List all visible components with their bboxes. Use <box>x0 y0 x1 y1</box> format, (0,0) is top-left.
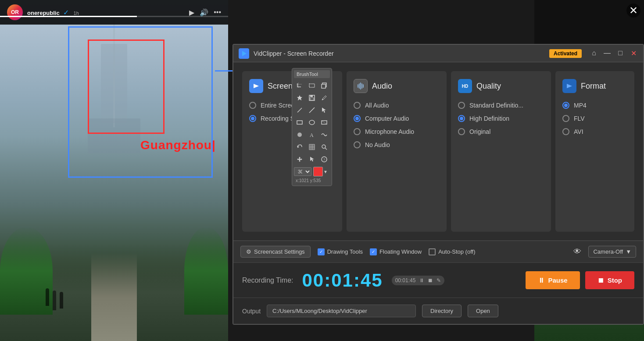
color-swatch[interactable] <box>313 167 323 176</box>
screen-radio-selection[interactable] <box>249 115 256 122</box>
tool-pointer[interactable] <box>318 104 330 116</box>
drawing-tools-checkbox[interactable]: ✓ Drawing Tools <box>318 248 363 255</box>
directory-button[interactable]: Directory <box>422 305 462 317</box>
audio-option-none[interactable]: No Audio <box>354 141 440 148</box>
quality-option-high[interactable]: High Definition <box>458 115 544 122</box>
more-icon[interactable]: ••• <box>214 8 221 17</box>
color-dropdown-arrow[interactable]: ▼ <box>323 169 328 174</box>
tool-rect-fill[interactable] <box>318 117 330 128</box>
svg-line-28 <box>325 148 327 150</box>
tool-undo[interactable] <box>294 141 305 153</box>
drawing-tools-check[interactable]: ✓ <box>318 248 325 255</box>
recording-bar: Recording Time: 00:01:45 00:01:45 ⏸ ⏹ ✎ … <box>233 262 643 298</box>
svg-rect-15 <box>297 121 302 124</box>
home-button[interactable]: ⌂ <box>590 49 598 57</box>
brushtool-grid: A ? <box>294 80 330 165</box>
tool-line[interactable] <box>306 104 318 116</box>
verified-badge: ✓ <box>63 9 69 16</box>
svg-marker-1 <box>254 84 259 88</box>
quality-option-high-label: High Definition <box>469 115 509 122</box>
svg-rect-2 <box>358 84 358 88</box>
tool-crop[interactable] <box>294 80 305 91</box>
svg-rect-8 <box>309 84 315 87</box>
auto-stop-checkbox[interactable]: Auto-Stop (off) <box>429 248 475 255</box>
quality-option-standard[interactable]: Standard Definitio... <box>458 102 544 109</box>
auto-stop-check[interactable] <box>429 248 436 255</box>
format-option-mp4[interactable]: MP4 <box>562 102 627 109</box>
audio-section-header: Audio <box>354 79 440 93</box>
quality-radio-original[interactable] <box>458 128 465 135</box>
format-option-flv[interactable]: FLV <box>562 115 627 122</box>
close-icon[interactable]: ✕ <box>626 4 640 18</box>
dropdown-arrow[interactable]: ▼ <box>626 248 631 255</box>
tool-edit-text[interactable] <box>318 92 330 104</box>
audio-radio-none[interactable] <box>354 141 361 148</box>
pause-button[interactable]: ⏸ Pause <box>526 271 580 289</box>
edit-icon-small[interactable]: ✎ <box>436 277 441 284</box>
tool-move[interactable] <box>294 154 305 165</box>
app-title: VidClipper - Screen Recorder <box>254 50 545 57</box>
maximize-button[interactable]: □ <box>616 49 625 57</box>
audio-option-computer[interactable]: Computer Audio <box>354 115 440 122</box>
window-controls[interactable]: ⌂ — □ ✕ <box>590 49 638 57</box>
camera-label: Camera-Off <box>593 248 623 255</box>
stop-button[interactable]: ⏹ Stop <box>585 271 634 289</box>
open-button[interactable]: Open <box>468 305 498 317</box>
audio-radio-all[interactable] <box>354 102 361 109</box>
stop-icon-small[interactable]: ⏹ <box>428 277 433 284</box>
audio-option-microphone[interactable]: Microphone Audio <box>354 128 440 135</box>
tool-rect-select[interactable] <box>306 80 318 91</box>
format-radio-flv[interactable] <box>562 115 569 122</box>
close-button[interactable]: ✕ <box>629 49 638 57</box>
screen-radio-entire[interactable] <box>249 102 256 109</box>
tool-copy[interactable] <box>318 80 330 91</box>
minimize-button[interactable]: — <box>603 49 612 57</box>
quality-option-original[interactable]: Original <box>458 128 544 135</box>
quality-radio-standard[interactable] <box>458 102 465 109</box>
tool-help[interactable]: ? <box>318 154 330 165</box>
quality-section-header: HD Quality <box>458 79 544 93</box>
quality-radio-high[interactable] <box>458 115 465 122</box>
tool-ellipse[interactable] <box>306 117 318 128</box>
floating-window-check[interactable]: ✓ <box>370 248 377 255</box>
screencast-settings-label: Screencast Settings <box>254 248 305 255</box>
audio-option-all[interactable]: All Audio <box>354 102 440 109</box>
audio-radio-computer[interactable] <box>354 115 361 122</box>
webcam-icon[interactable]: 👁 <box>573 247 581 256</box>
tool-wave[interactable] <box>318 129 330 140</box>
floating-window-checkbox[interactable]: ✓ Floating Window <box>370 248 422 255</box>
camera-dropdown[interactable]: Camera-Off ▼ <box>588 246 636 258</box>
tool-pencil[interactable] <box>294 104 305 116</box>
play-icon[interactable]: ▶ <box>189 8 194 17</box>
tool-grid[interactable] <box>306 141 318 153</box>
tool-rect[interactable] <box>294 117 305 128</box>
volume-icon[interactable]: 🔊 <box>200 8 208 17</box>
screencast-settings-button[interactable]: ⚙ Screencast Settings <box>240 246 311 258</box>
tool-pin[interactable] <box>294 92 305 104</box>
recording-time-badge: 00:01:45 ⏸ ⏹ ✎ <box>392 276 445 285</box>
screen-icon <box>249 79 263 93</box>
quality-icon: HD <box>458 79 472 93</box>
pause-icon: ⏸ <box>538 276 544 284</box>
brushtool-header: BrushTool <box>294 70 330 78</box>
audio-option-computer-label: Computer Audio <box>365 115 409 122</box>
app-icon <box>239 48 249 59</box>
format-radio-mp4[interactable] <box>562 102 569 109</box>
pause-icon-small[interactable]: ⏸ <box>419 277 424 284</box>
svg-rect-6 <box>363 84 364 88</box>
video-progress-bar[interactable] <box>0 16 228 17</box>
tool-save[interactable] <box>306 92 318 104</box>
tool-text[interactable]: A <box>306 129 318 140</box>
post-time: 1h <box>74 11 79 16</box>
brush-size-select[interactable]: 30 10 20 40 <box>294 167 311 176</box>
tool-zoom[interactable] <box>318 141 330 153</box>
tool-circle-fill[interactable] <box>294 129 305 140</box>
tool-cursor[interactable] <box>306 154 318 165</box>
audio-radio-microphone[interactable] <box>354 128 361 135</box>
format-option-avi[interactable]: AVI <box>562 128 627 135</box>
format-section: Format MP4 FLV AVI <box>555 71 634 232</box>
floating-window-label: Floating Window <box>379 248 422 255</box>
social-controls[interactable]: ▶ 🔊 ••• <box>189 8 221 17</box>
output-path[interactable]: C:/Users/MLoong/Desktop/VidClipper <box>267 305 416 317</box>
format-radio-avi[interactable] <box>562 128 569 135</box>
